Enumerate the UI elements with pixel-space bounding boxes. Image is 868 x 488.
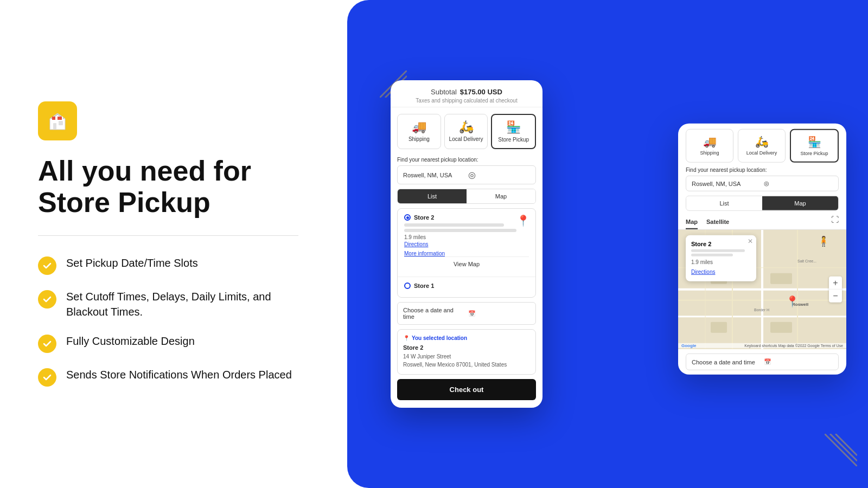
map-calendar-icon: 📅	[764, 358, 833, 365]
zoom-in-btn[interactable]: +	[829, 277, 842, 290]
location-pin-icon: 📍	[403, 335, 410, 341]
view-map-btn[interactable]: View Map	[404, 256, 529, 271]
map-shipping-icon: 🚚	[690, 135, 730, 148]
list-map-toggle: List Map	[397, 189, 536, 204]
svg-line-28	[830, 434, 857, 461]
store-popup: ✕ Store 2 1.9 miles Directions	[686, 235, 756, 281]
location-input[interactable]: Roswell, NM, USA ◎	[397, 165, 536, 184]
store-pickup-option[interactable]: 🏪 Store Pickup	[491, 114, 536, 149]
store-item-2[interactable]: Store 2 1.9 miles Directions More inform…	[398, 209, 535, 277]
map-pin: 📍	[516, 214, 530, 227]
svg-rect-5	[55, 117, 58, 120]
selected-label: 📍 You selected location	[403, 335, 530, 341]
google-logo: Google	[681, 343, 697, 348]
map-shipping-label: Shipping	[690, 150, 730, 156]
popup-directions[interactable]: Directions	[691, 269, 715, 275]
store-2-more-info[interactable]: More information	[404, 251, 529, 256]
map-location-label: Find your nearest pickup location:	[678, 167, 846, 173]
map-target-icon: ◎	[764, 180, 833, 187]
svg-text:Border H: Border H	[754, 308, 769, 312]
svg-rect-23	[770, 322, 792, 333]
checkout-button[interactable]: Check out	[397, 379, 536, 400]
store-2-name: Store 2	[414, 214, 434, 221]
shipping-icon: 🚚	[401, 120, 437, 134]
check-icon-1	[38, 256, 56, 275]
map-store-pickup-icon: 🏪	[794, 136, 834, 149]
map-delivery-options: 🚚 Shipping 🛵 Local Delivery 🏪 Store Pick…	[678, 124, 846, 167]
selected-location-box: 📍 You selected location Store 2 14 W Jun…	[397, 329, 536, 375]
feature-text-4: Sends Store Notifications When Orders Pl…	[66, 367, 292, 382]
date-placeholder: Choose a date and time	[403, 307, 465, 320]
subtotal-value: $175.00 USD	[460, 88, 502, 96]
location-label: Find your nearest pickup location:	[397, 157, 536, 163]
map-local-delivery-icon: 🛵	[742, 135, 782, 148]
selected-store-name: Store 2	[403, 344, 530, 351]
google-attribution: Google Keyboard shortcuts Map data ©2022…	[678, 343, 846, 348]
check-icon-4	[38, 368, 56, 387]
map-tabs: Map Satellite ⛶	[678, 215, 846, 230]
feature-item-4: Sends Store Notifications When Orders Pl…	[38, 367, 309, 387]
feature-item-1: Set Pickup Date/Time Slots	[38, 255, 309, 275]
google-attr-text: Keyboard shortcuts Map data ©2022 Google…	[744, 344, 843, 348]
popup-bar1	[691, 249, 745, 252]
popup-store-name: Store 2	[691, 241, 751, 247]
delivery-options: 🚚 Shipping 🛵 Local Delivery 🏪 Store Pick…	[391, 107, 542, 153]
zoom-out-btn[interactable]: −	[829, 290, 842, 303]
svg-rect-7	[62, 117, 63, 120]
radio-unselected	[404, 282, 411, 289]
svg-rect-6	[59, 117, 61, 120]
selected-address: 14 W Juniper Street Roswell, New Mexico …	[403, 352, 530, 369]
svg-rect-21	[770, 273, 792, 284]
zoom-controls: + −	[829, 277, 842, 303]
store-pickup-label: Store Pickup	[495, 137, 532, 143]
calendar-icon: 📅	[468, 310, 530, 317]
section-divider	[38, 235, 298, 236]
map-toggle-btn[interactable]: Map	[467, 189, 535, 203]
map-view: Salt Cree... Border H Roswell ✕ Store 2 …	[678, 230, 846, 349]
svg-rect-22	[711, 322, 727, 333]
svg-rect-1	[53, 123, 56, 130]
svg-line-29	[835, 434, 857, 455]
features-list: Set Pickup Date/Time Slots Set Cutoff Ti…	[38, 255, 309, 387]
map-location-value: Roswell, NM, USA	[692, 180, 761, 187]
store-pickup-icon: 🏪	[495, 120, 532, 134]
local-delivery-option[interactable]: 🛵 Local Delivery	[444, 114, 488, 149]
subtotal-label: Subtotal	[431, 88, 457, 96]
subtotal-note: Taxes and shipping calculated at checkou…	[399, 98, 534, 104]
map-location-input[interactable]: Roswell, NM, USA ◎	[686, 176, 839, 191]
store-2-distance: 1.9 miles	[404, 234, 529, 240]
store-list: Store 2 1.9 miles Directions More inform…	[397, 208, 536, 298]
tab-map[interactable]: Map	[686, 215, 698, 229]
map-list-map-toggle: List Map	[686, 196, 839, 211]
feature-text-2: Set Cutoff Times, Delays, Daily Limits, …	[66, 289, 309, 319]
list-toggle-btn[interactable]: List	[398, 189, 467, 203]
store-2-directions[interactable]: Directions	[404, 241, 529, 247]
map-list-btn[interactable]: List	[686, 196, 762, 210]
headline: All you need for Store Pickup	[38, 156, 309, 217]
local-delivery-icon: 🛵	[448, 120, 484, 134]
location-section: Find your nearest pickup location: Roswe…	[391, 153, 542, 189]
date-picker[interactable]: Choose a date and time 📅	[397, 302, 536, 325]
feature-item-3: Fully Customizable Design	[38, 333, 309, 353]
subtotal-bar: Subtotal $175.00 USD Taxes and shipping …	[391, 80, 542, 107]
map-date-picker[interactable]: Choose a date and time 📅	[686, 354, 839, 370]
shipping-option[interactable]: 🚚 Shipping	[397, 114, 441, 149]
popup-close-icon[interactable]: ✕	[748, 237, 753, 245]
expand-icon[interactable]: ⛶	[831, 215, 839, 229]
map-local-delivery-option[interactable]: 🛵 Local Delivery	[738, 129, 786, 163]
person-icon: 🧍	[818, 235, 829, 247]
map-store-pickup-option[interactable]: 🏪 Store Pickup	[790, 129, 839, 163]
store-item-1[interactable]: Store 1	[398, 277, 535, 297]
check-icon-3	[38, 335, 56, 353]
phone-mockup-map: 🚚 Shipping 🛵 Local Delivery 🏪 Store Pick…	[678, 124, 846, 375]
svg-text:Salt Cree...: Salt Cree...	[797, 259, 816, 263]
map-shipping-option[interactable]: 🚚 Shipping	[686, 129, 733, 163]
tab-satellite[interactable]: Satellite	[706, 215, 729, 229]
app-icon	[38, 101, 77, 140]
map-map-btn[interactable]: Map	[762, 196, 838, 210]
map-date-placeholder: Choose a date and time	[692, 358, 761, 365]
shipping-label: Shipping	[401, 136, 437, 142]
phone-mockup-list: Subtotal $175.00 USD Taxes and shipping …	[391, 80, 542, 408]
store-2-address-bar2	[404, 229, 516, 232]
map-background: Salt Cree... Border H Roswell ✕ Store 2 …	[678, 230, 846, 349]
